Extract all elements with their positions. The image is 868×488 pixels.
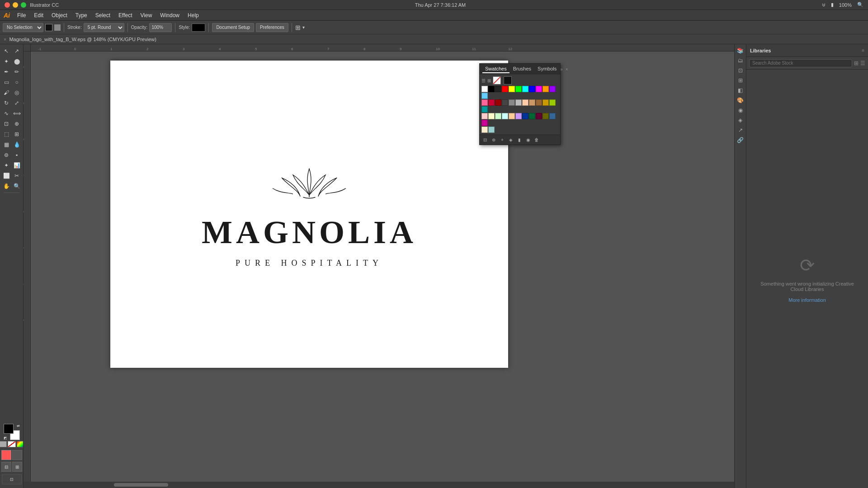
scale-tool[interactable]: ⤢ [12, 98, 22, 108]
swatch-lightblue[interactable] [481, 93, 488, 99]
more-info-link[interactable]: More information [788, 297, 826, 303]
swatch-darkgray[interactable] [502, 99, 508, 106]
menu-select[interactable]: Select [92, 11, 114, 19]
pen-tool[interactable]: ✒ [1, 67, 11, 77]
slice-tool[interactable]: ✂ [12, 171, 22, 181]
swatch-extra1[interactable] [481, 127, 488, 133]
tab-close-icon[interactable]: × [4, 37, 6, 42]
close-button[interactable] [5, 2, 10, 8]
swatch-lime[interactable] [549, 99, 556, 106]
brushes-tab[interactable]: Brushes [510, 65, 534, 73]
mesh-tool[interactable]: ⊞ [12, 129, 22, 139]
shape-builder-tool[interactable]: ⊕ [12, 119, 22, 129]
default-colors-icon[interactable]: ◩ [4, 436, 7, 440]
artboard-tool[interactable]: ⬜ [1, 171, 11, 181]
swatch-orange[interactable] [542, 86, 549, 92]
new-swatch-from-selection-icon[interactable]: ◈ [507, 136, 514, 144]
pathfinder-icon[interactable]: ◧ [736, 86, 745, 95]
magic-wand-tool[interactable]: ✦ [1, 56, 11, 66]
swatch-fuchsia[interactable] [481, 120, 488, 126]
search-icon[interactable]: 🔍 [857, 2, 863, 8]
maximize-button[interactable] [21, 2, 26, 8]
warp-tool[interactable]: ∿ [1, 108, 11, 118]
swatch-teal[interactable] [481, 106, 488, 113]
graphic-styles-icon[interactable]: ◈ [736, 116, 745, 125]
libraries-icon[interactable]: 📚 [736, 46, 745, 55]
menu-file[interactable]: File [14, 11, 29, 19]
screen-mode-btn[interactable]: ⊟ [1, 462, 11, 472]
width-tool[interactable]: ⟺ [12, 108, 22, 118]
grid-view-icon[interactable]: ⊞ [854, 60, 859, 66]
zoom-tool[interactable]: 🔍 [12, 181, 22, 191]
swatches-tab[interactable]: Swatches [482, 65, 509, 73]
selection-dropdown[interactable]: No Selection [3, 23, 43, 32]
menu-edit[interactable]: Edit [30, 11, 47, 19]
black-swatch[interactable] [504, 76, 512, 84]
blend-tool[interactable]: ⊚ [1, 150, 11, 160]
select-all-unused-icon[interactable]: ◉ [524, 136, 532, 144]
panel-expand-icon[interactable]: » [560, 67, 563, 72]
transform-icon[interactable]: ⊡ [736, 66, 745, 75]
solid-color-btn[interactable] [0, 441, 7, 447]
swatch-magenta[interactable] [536, 86, 542, 92]
swatch-forest[interactable] [529, 113, 535, 119]
free-transform-tool[interactable]: ⊡ [1, 119, 11, 129]
swatch-white[interactable] [481, 86, 488, 92]
new-color-group-icon[interactable]: ⊕ [490, 136, 497, 144]
export-icon[interactable]: ↗ [736, 126, 745, 135]
rectangle-tool[interactable]: ▭ [1, 77, 11, 87]
swatch-green[interactable] [515, 86, 522, 92]
assets-icon[interactable]: 🗂 [736, 56, 745, 65]
direct-selection-tool[interactable]: ↗ [12, 46, 22, 56]
graph-tool[interactable]: ▪ [12, 150, 22, 160]
eyedropper-tool[interactable]: 💧 [12, 140, 22, 150]
perspective-tool[interactable]: ⬚ [1, 129, 11, 139]
menu-object[interactable]: Object [48, 11, 71, 19]
none-swatch[interactable] [493, 76, 501, 84]
swatch-lightcyan[interactable] [502, 113, 508, 119]
swatch-lightsalmon[interactable] [509, 113, 515, 119]
menu-type[interactable]: Type [72, 11, 91, 19]
opacity-input[interactable] [149, 23, 172, 32]
list-view-icon[interactable]: ☰ [860, 60, 865, 66]
live-paint-tool[interactable] [1, 450, 11, 460]
swatch-olive[interactable] [542, 113, 549, 119]
document-setup-btn[interactable]: Document Setup [212, 23, 254, 32]
pencil-tool[interactable]: ✏ [12, 67, 22, 77]
symbols-tab[interactable]: Symbols [535, 65, 559, 73]
style-swatch[interactable] [192, 23, 205, 32]
swatch-steel[interactable] [549, 113, 556, 119]
canvas-scroll-h[interactable] [24, 482, 734, 488]
stroke-color-swatch[interactable] [54, 24, 61, 31]
swatch-tan[interactable] [529, 99, 535, 106]
swatches-grid-icon[interactable]: ⊞ [487, 78, 491, 83]
menu-view[interactable]: View [137, 11, 156, 19]
swatches-list-icon[interactable]: ☰ [481, 78, 486, 83]
dropdown-arrow[interactable]: ▾ [302, 25, 305, 30]
paintbrush-tool[interactable]: 🖌 [1, 88, 11, 98]
swatch-lightpink[interactable] [481, 113, 488, 119]
arrange-icon[interactable]: ⊞ [295, 24, 301, 31]
swatch-yellow[interactable] [509, 86, 515, 92]
menu-help[interactable]: Help [184, 11, 203, 19]
panel-close-icon[interactable]: × [566, 67, 568, 72]
paint-bucket-icon[interactable]: ▮ [516, 136, 523, 144]
delete-swatch-icon[interactable]: 🗑 [533, 136, 540, 144]
extra-btn[interactable] [12, 450, 22, 460]
preferences-btn[interactable]: Preferences [256, 23, 288, 32]
swatch-crimson[interactable] [488, 99, 495, 106]
swatch-lightgray[interactable] [515, 99, 522, 106]
swatch-000[interactable] [488, 86, 495, 92]
swatch-pink[interactable] [481, 99, 488, 106]
swatch-lightgreen[interactable] [495, 113, 501, 119]
selection-tool[interactable]: ↖ [1, 46, 11, 56]
swatch-extra2[interactable] [488, 127, 495, 133]
mesh-color-btn[interactable] [17, 441, 24, 447]
blob-brush-tool[interactable]: ◎ [12, 88, 22, 98]
column-graph-tool[interactable]: 📊 [12, 160, 22, 170]
stroke-dropdown[interactable]: 5 pt. Round [84, 23, 124, 32]
swatch-c0m0y0k100[interactable] [495, 86, 501, 92]
link-icon[interactable]: 🔗 [736, 136, 745, 145]
ellipse-tool[interactable]: ○ [12, 77, 22, 87]
swatch-peach[interactable] [522, 99, 528, 106]
